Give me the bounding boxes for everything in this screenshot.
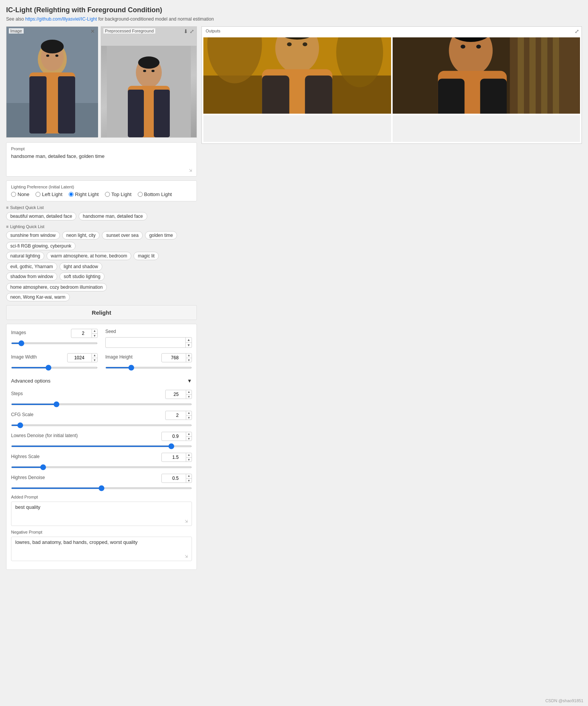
lighting-tags-row-1: natural lighting warm atmosphere, at hom… [6, 252, 197, 271]
radio-left[interactable]: Left Light [35, 191, 63, 197]
cfg-stepper: ▲ ▼ [186, 411, 192, 420]
images-label: Images [11, 330, 26, 335]
lighting-tags-row-3: neon, Wong Kar-wai, warm [6, 293, 197, 301]
width-slider[interactable] [11, 367, 98, 368]
images-stepper: ▲ ▼ [92, 329, 97, 338]
lighting-tag-0-0[interactable]: sunshine from window [6, 231, 60, 240]
images-up[interactable]: ▲ [92, 329, 97, 333]
output-image-1 [203, 37, 391, 114]
highres-scale-slider[interactable] [11, 466, 192, 468]
relight-button[interactable]: Relight [6, 305, 197, 320]
images-down[interactable]: ▼ [92, 334, 97, 338]
steps-up[interactable]: ▲ [186, 390, 192, 394]
highres-denoise-up[interactable]: ▲ [186, 474, 192, 478]
width-input-wrapper: 1024 ▲ ▼ [67, 353, 98, 362]
lighting-tag-2-0[interactable]: shadow from window [6, 272, 57, 281]
height-label: Image Height [105, 354, 132, 360]
svg-rect-32 [517, 37, 524, 114]
steps-down[interactable]: ▼ [186, 395, 192, 399]
download-icon[interactable]: ⬇ [184, 28, 188, 34]
added-prompt-input[interactable]: best quality [15, 504, 188, 518]
svg-rect-39 [480, 79, 507, 114]
added-prompt-resize-icon: ⇲ [15, 519, 188, 523]
cfg-label: CFG Scale [11, 412, 34, 417]
lighting-tag-0-4[interactable]: sci-fi RGB glowing, cyberpunk [6, 242, 76, 250]
lowres-denoise-slider[interactable] [11, 445, 192, 447]
lighting-tag-1-3[interactable]: evil, gothic, Yharnam [6, 262, 57, 271]
lighting-tag-3-0[interactable]: neon, Wong Kar-wai, warm [6, 293, 70, 301]
outputs-share-icon[interactable]: ⤢ [575, 28, 579, 34]
added-prompt-label: Added Prompt [11, 495, 192, 499]
cfg-down[interactable]: ▼ [186, 416, 192, 420]
outputs-actions: ⤢ [575, 28, 579, 34]
close-icon[interactable]: ✕ [90, 28, 95, 34]
width-down[interactable]: ▼ [92, 358, 97, 362]
highres-scale-up[interactable]: ▲ [186, 453, 192, 457]
lighting-tag-0-1[interactable]: neon light, city [62, 231, 100, 240]
lowres-denoise-up[interactable]: ▲ [186, 432, 192, 436]
resize-handle-icon: ⇲ [11, 168, 192, 172]
negative-prompt-resize-icon: ⇲ [15, 554, 188, 558]
negative-prompt-input[interactable]: lowres, bad anatomy, bad hands, cropped,… [15, 539, 188, 553]
height-down[interactable]: ▼ [186, 358, 192, 362]
height-input[interactable]: 768 [162, 354, 186, 361]
lowres-denoise-input[interactable] [162, 433, 186, 440]
svg-rect-29 [203, 37, 391, 114]
radio-none[interactable]: None [11, 191, 29, 197]
preprocessed-actions: ⬇ ⤢ [184, 28, 194, 34]
subject-tags-row: beautiful woman, detailed face handsome … [6, 212, 197, 220]
added-prompt-box: best quality ⇲ [11, 502, 192, 526]
list-icon-2: ≡ [6, 224, 8, 229]
height-input-wrapper: 768 ▲ ▼ [161, 353, 192, 362]
highres-scale-input-wrapper: ▲ ▼ [161, 453, 192, 462]
highres-denoise-slider[interactable] [11, 487, 192, 489]
lighting-tag-1-4[interactable]: light and shadow [60, 262, 102, 271]
seed-up[interactable]: ▲ [186, 338, 192, 343]
height-up[interactable]: ▲ [186, 353, 192, 358]
lighting-tag-1-2[interactable]: magic lit [134, 252, 159, 260]
svg-rect-14 [154, 90, 170, 137]
subject-tag-0[interactable]: beautiful woman, detailed face [6, 212, 76, 220]
radio-right[interactable]: Right Light [69, 191, 99, 197]
input-image-label: Image [9, 28, 24, 34]
seed-down[interactable]: ▼ [186, 343, 192, 348]
cfg-up[interactable]: ▲ [186, 411, 192, 415]
steps-slider[interactable] [11, 404, 192, 405]
lighting-tag-0-3[interactable]: golden time [145, 231, 177, 240]
list-icon: ≡ [6, 205, 8, 210]
highres-scale-down[interactable]: ▼ [186, 458, 192, 462]
lighting-tag-0-2[interactable]: sunset over sea [102, 231, 143, 240]
lighting-tag-2-2[interactable]: home atmosphere, cozy bedroom illuminati… [6, 283, 107, 291]
width-stepper: ▲ ▼ [92, 353, 97, 362]
cfg-slider[interactable] [11, 425, 192, 426]
highres-scale-input[interactable] [162, 454, 186, 461]
cfg-input[interactable] [166, 412, 186, 419]
output-image-1-bottom [203, 115, 391, 142]
preprocessed-label: Preprocessed Foreground [103, 28, 155, 34]
highres-denoise-down[interactable]: ▼ [186, 479, 192, 483]
lowres-denoise-down[interactable]: ▼ [186, 437, 192, 441]
images-slider[interactable] [11, 343, 98, 344]
advanced-toggle[interactable]: Advanced options ▼ [11, 375, 192, 387]
subject-tag-1[interactable]: handsome man, detailed face [79, 212, 147, 220]
prompt-input[interactable]: handsome man, detailed face, golden time [11, 153, 192, 167]
lighting-tag-2-1[interactable]: soft studio lighting [60, 272, 105, 281]
output-image-2 [393, 37, 580, 114]
height-slider[interactable] [105, 367, 192, 368]
lighting-tag-1-0[interactable]: natural lighting [6, 252, 44, 260]
highres-denoise-input[interactable] [162, 475, 186, 482]
radio-bottom[interactable]: Bottom Light [138, 191, 172, 197]
share-icon[interactable]: ⤢ [190, 28, 194, 34]
cfg-control: CFG Scale ▲ ▼ [11, 411, 192, 427]
lighting-tag-1-1[interactable]: warm atmosphere, at home, bedroom [47, 252, 131, 260]
lowres-denoise-stepper: ▲ ▼ [186, 432, 192, 441]
github-link[interactable]: https://github.com/lllyasviel/IC-Light [25, 16, 97, 22]
steps-input[interactable] [166, 391, 186, 398]
images-input[interactable]: 2 [71, 330, 92, 337]
radio-top[interactable]: Top Light [105, 191, 132, 197]
width-up[interactable]: ▲ [92, 353, 97, 358]
width-input[interactable]: 1024 [68, 354, 92, 361]
lighting-section: Lighting Preference (Initial Latent) Non… [6, 180, 197, 201]
seed-input[interactable]: 12345 [106, 339, 185, 346]
svg-rect-33 [529, 37, 535, 114]
